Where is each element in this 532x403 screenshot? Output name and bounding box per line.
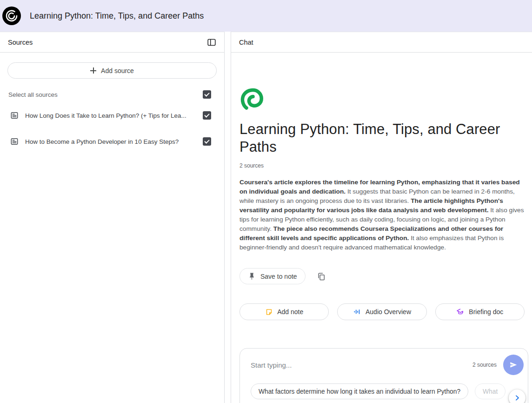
plus-icon bbox=[90, 67, 96, 74]
article-icon bbox=[10, 111, 19, 120]
sources-panel: Sources Add source Select all sources Ho… bbox=[0, 32, 225, 403]
save-to-note-label: Save to note bbox=[260, 273, 297, 280]
collapse-panel-button[interactable] bbox=[206, 36, 218, 48]
copy-button[interactable] bbox=[316, 271, 327, 282]
audio-overview-label: Audio Overview bbox=[366, 308, 411, 316]
briefing-doc-icon bbox=[456, 308, 465, 316]
add-source-button[interactable]: Add source bbox=[7, 62, 217, 79]
add-note-button[interactable]: Add note bbox=[239, 303, 329, 320]
select-all-checkbox[interactable] bbox=[203, 90, 211, 99]
top-bar: Learning Python: Time, Tips, and Career … bbox=[0, 0, 532, 32]
chat-panel-title: Chat bbox=[239, 39, 253, 46]
chat-panel: Chat Learning Python: Time, Tips, and Ca… bbox=[231, 32, 532, 403]
briefing-doc-label: Briefing doc bbox=[469, 308, 503, 316]
notebooklm-logo-icon bbox=[2, 7, 21, 25]
add-source-label: Add source bbox=[101, 67, 134, 74]
chat-input-row: 2 sources bbox=[251, 355, 524, 375]
sources-count: 2 sources bbox=[239, 162, 525, 169]
article-icon bbox=[10, 137, 19, 146]
suggested-question-chip[interactable]: What bbox=[475, 383, 505, 399]
suggested-questions-row: What factors determine how long it takes… bbox=[251, 383, 528, 399]
select-all-label: Select all sources bbox=[8, 91, 58, 98]
source-label: How to Become a Python Developer in 10 E… bbox=[25, 138, 198, 145]
briefing-doc-button[interactable]: Briefing doc bbox=[435, 303, 525, 320]
send-button[interactable] bbox=[503, 355, 524, 375]
add-note-label: Add note bbox=[277, 308, 303, 316]
input-sources-count: 2 sources bbox=[472, 362, 497, 368]
notebook-summary: Coursera's article explores the timeline… bbox=[239, 178, 525, 252]
save-to-note-button[interactable]: Save to note bbox=[239, 268, 306, 284]
panel-toggle-icon bbox=[206, 37, 217, 47]
notebook-overview-title: Learning Python: Time, Tips, and Career … bbox=[239, 121, 516, 156]
audio-overview-button[interactable]: Audio Overview bbox=[337, 303, 426, 320]
panel-divider bbox=[225, 32, 231, 403]
save-row: Save to note bbox=[239, 268, 525, 284]
notebook-title: Learning Python: Time, Tips, and Career … bbox=[30, 11, 204, 21]
actions-row: Add note Audio Overview bbox=[239, 303, 525, 320]
chat-input-box: 2 sources What factors determine how lon… bbox=[239, 348, 528, 403]
chat-content: Learning Python: Time, Tips, and Career … bbox=[231, 53, 532, 320]
source-row[interactable]: How to Become a Python Developer in 10 E… bbox=[0, 132, 224, 151]
copy-icon bbox=[317, 272, 326, 281]
sources-panel-header: Sources bbox=[0, 32, 224, 53]
source-checkbox[interactable] bbox=[203, 137, 211, 146]
note-icon bbox=[265, 308, 273, 316]
chat-panel-header: Chat bbox=[231, 32, 532, 53]
chat-text-input[interactable] bbox=[251, 361, 468, 369]
notebook-green-logo-icon bbox=[239, 87, 264, 111]
chevron-right-icon bbox=[512, 393, 522, 403]
pin-icon bbox=[248, 272, 256, 280]
source-row[interactable]: How Long Does it Take to Learn Python? (… bbox=[0, 106, 224, 125]
select-all-row: Select all sources bbox=[0, 90, 224, 99]
sources-panel-title: Sources bbox=[8, 39, 33, 46]
source-label: How Long Does it Take to Learn Python? (… bbox=[25, 112, 198, 119]
next-suggestions-button[interactable] bbox=[509, 390, 525, 403]
source-checkbox[interactable] bbox=[203, 111, 211, 120]
suggested-question-chip[interactable]: What factors determine how long it takes… bbox=[251, 383, 468, 399]
send-icon bbox=[509, 360, 518, 369]
audio-overview-icon bbox=[353, 308, 361, 316]
